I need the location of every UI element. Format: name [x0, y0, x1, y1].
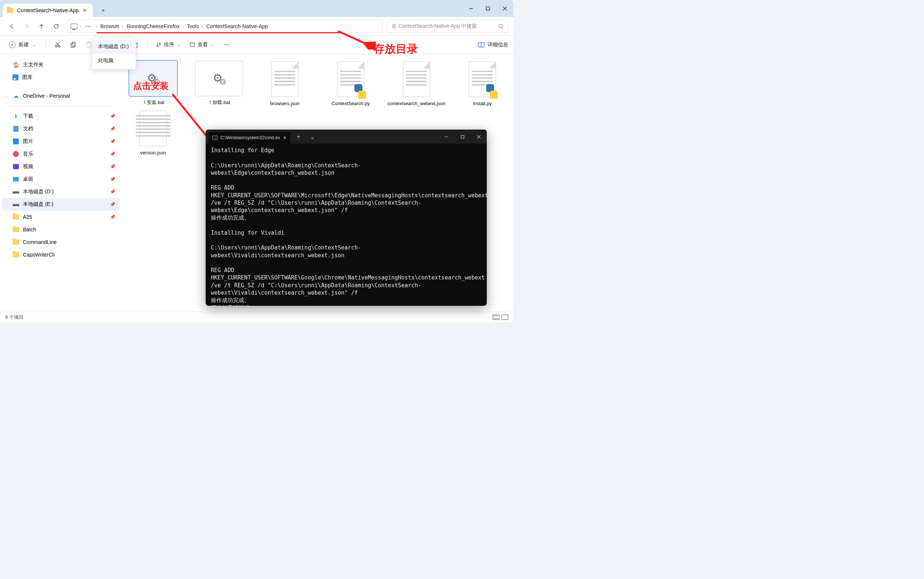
file-install-py[interactable]: install.py: [455, 61, 510, 106]
minimize-button[interactable]: [462, 0, 479, 17]
new-button[interactable]: + 新建 ⌄: [5, 39, 40, 51]
sort-button[interactable]: 排序 ⌄: [153, 39, 184, 51]
sidebar-desktop[interactable]: 桌面📌: [2, 173, 120, 185]
sidebar-capswritercli[interactable]: CapsWriterCli: [2, 249, 120, 261]
sidebar-label: OneDrive - Personal: [23, 93, 70, 99]
search-input[interactable]: 在 ContextSearch-Native-App 中搜索: [387, 20, 508, 33]
close-tab-icon[interactable]: ✕: [283, 135, 287, 140]
sidebar-label: 桌面: [23, 176, 33, 183]
toolbar: + 新建 ⌄ 排序 ⌄ 查看 ⌄ ⋯ 详细信息 本地磁盘 (D:) 此电: [0, 36, 513, 54]
crumb-firefox[interactable]: RunningCheeseFirefox: [124, 23, 182, 29]
chevron-icon[interactable]: ›: [182, 24, 185, 28]
crumb-tools[interactable]: Tools: [184, 23, 201, 29]
sidebar-a25[interactable]: A25📌: [2, 211, 120, 223]
sidebar-batch[interactable]: Batch: [2, 223, 120, 236]
sidebar-disk-d[interactable]: 本地磁盘 (D:)📌: [2, 185, 120, 198]
view-button[interactable]: 查看 ⌄: [186, 39, 218, 51]
pin-icon[interactable]: 📌: [110, 126, 116, 131]
up-button[interactable]: [35, 20, 48, 33]
svg-rect-12: [87, 43, 91, 47]
pin-icon[interactable]: 📌: [110, 114, 116, 119]
dropdown-item-disk-d[interactable]: 本地磁盘 (D:): [92, 39, 136, 54]
sidebar-gallery[interactable]: 图库: [2, 71, 120, 83]
crumb-current[interactable]: ContextSearch-Native-App: [204, 23, 271, 29]
new-terminal-tab[interactable]: ＋: [293, 133, 305, 141]
arrow-icon: [335, 29, 376, 50]
more-button[interactable]: ⋯: [220, 41, 234, 48]
sidebar-pictures[interactable]: 图片📌: [2, 135, 120, 148]
details-view-button[interactable]: [493, 315, 499, 320]
file-contextsearch-py[interactable]: ContextSearch.py: [323, 61, 378, 106]
path-overflow[interactable]: ⋯: [82, 23, 95, 29]
pin-icon[interactable]: 📌: [110, 139, 116, 144]
window-tab[interactable]: ContextSearch-Native-App ✕: [3, 4, 93, 17]
status-bar: 8 个项目: [0, 312, 513, 322]
terminal-minimize[interactable]: [438, 129, 454, 144]
terminal-close[interactable]: [471, 129, 487, 144]
terminal-tab-title: C:\Windows\system32\cmd.ex: [220, 135, 280, 140]
chevron-right-icon[interactable]: ›: [6, 94, 7, 98]
python-icon: [469, 61, 496, 97]
chevron-down-icon: ⌄: [176, 42, 181, 47]
cut-button[interactable]: [51, 38, 64, 51]
titlebar: ContextSearch-Native-App ✕ ＋: [0, 0, 513, 17]
terminal-maximize[interactable]: [454, 129, 471, 144]
svg-point-6: [55, 45, 57, 47]
maximize-button[interactable]: [479, 0, 496, 17]
sidebar-videos[interactable]: 视频📌: [2, 160, 120, 173]
sidebar-music[interactable]: 音乐📌: [2, 148, 120, 160]
back-button[interactable]: [5, 20, 18, 33]
details-button[interactable]: 详细信息: [478, 41, 508, 48]
terminal-output[interactable]: Installing for Edge C:\Users\runni\AppDa…: [206, 144, 487, 306]
chevron-icon[interactable]: ›: [79, 24, 82, 28]
icons-view-button[interactable]: [502, 315, 508, 320]
window-controls: [462, 0, 513, 17]
sidebar-downloads[interactable]: ⬇下载📌: [2, 110, 120, 123]
chevron-down-icon: ⌄: [32, 42, 37, 47]
chevron-icon[interactable]: ›: [201, 24, 204, 28]
path-dropdown: 本地磁盘 (D:) 此电脑: [92, 38, 136, 70]
disk-icon: [13, 204, 19, 206]
sidebar-label: 图片: [23, 138, 33, 145]
pin-icon[interactable]: 📌: [110, 164, 116, 169]
sidebar-disk-e[interactable]: 本地磁盘 (E:)📌: [2, 198, 120, 211]
divider: [46, 40, 46, 50]
new-label: 新建: [18, 41, 29, 48]
gallery-icon: [13, 74, 18, 80]
sidebar-commandline[interactable]: CommandLine: [2, 236, 120, 249]
details-label: 详细信息: [487, 41, 508, 48]
new-tab-button[interactable]: ＋: [96, 4, 110, 17]
sidebar-documents[interactable]: 文档📌: [2, 123, 120, 135]
close-button[interactable]: [496, 0, 513, 17]
chevron-icon[interactable]: ›: [122, 24, 125, 28]
home-icon: 🏠: [13, 61, 19, 68]
terminal-dropdown[interactable]: ⌄: [306, 133, 318, 140]
json-icon: [271, 61, 298, 97]
folder-icon: [13, 239, 19, 245]
close-tab-icon[interactable]: ✕: [83, 7, 87, 13]
sidebar-label: 音乐: [23, 150, 33, 157]
svg-rect-1: [486, 7, 490, 10]
file-name: browsers.json: [270, 101, 300, 106]
file-browsers-json[interactable]: browsers.json: [257, 61, 312, 106]
pin-icon[interactable]: 📌: [110, 214, 116, 219]
pc-icon: [71, 24, 77, 29]
pin-icon[interactable]: 📌: [110, 202, 116, 207]
file-name: ContextSearch.py: [331, 101, 370, 106]
pin-icon[interactable]: 📌: [110, 151, 116, 157]
pin-icon[interactable]: 📌: [110, 189, 116, 195]
copy-button[interactable]: [67, 38, 80, 51]
svg-rect-10: [71, 43, 74, 47]
sidebar: 🏠主文件夹 图库 ›☁OneDrive - Personal ⬇下载📌 文档📌 …: [0, 54, 122, 312]
pin-icon[interactable]: 📌: [110, 177, 116, 182]
crumb-browser[interactable]: Browser: [98, 23, 121, 29]
forward-button[interactable]: [20, 20, 33, 33]
terminal-tab[interactable]: C:\Windows\system32\cmd.ex ✕: [209, 132, 290, 144]
refresh-button[interactable]: [50, 20, 63, 33]
sidebar-onedrive[interactable]: ›☁OneDrive - Personal: [2, 90, 120, 102]
search-icon: [498, 24, 504, 29]
file-webext-json[interactable]: contextsearch_webext.json: [389, 61, 444, 106]
dropdown-item-thispc[interactable]: 此电脑: [92, 54, 136, 68]
view-icon: [189, 42, 195, 48]
chevron-icon[interactable]: ›: [95, 24, 98, 28]
